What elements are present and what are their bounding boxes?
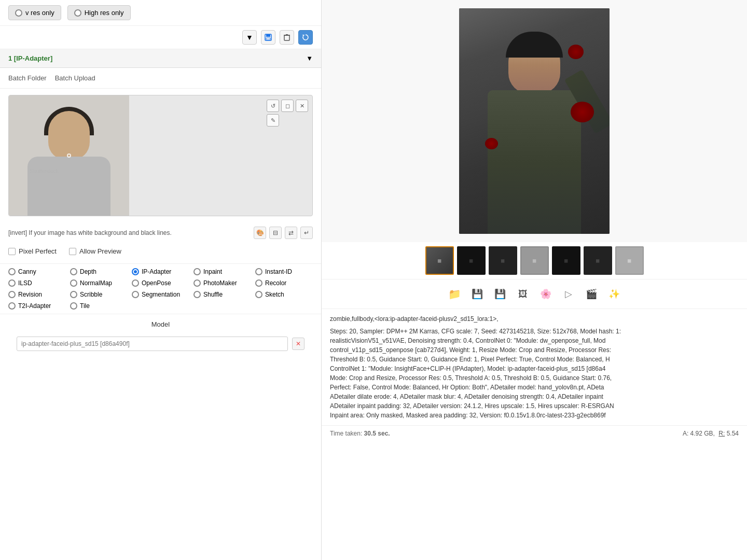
right-panel: ◼ ◼ ◼ ◼ ◼ ◼ ◼ 📁 💾 💾 🖼 🌸 ▷ 🎬 ✨ zombie, bbox=[322, 0, 747, 560]
high-res-radio[interactable]: High res only bbox=[67, 5, 131, 20]
tab-batch-upload[interactable]: Batch Upload bbox=[55, 72, 95, 84]
ilsd-circle bbox=[8, 279, 16, 287]
edit-btn[interactable]: ✎ bbox=[267, 114, 279, 127]
thumbnail-0[interactable]: ◼ bbox=[425, 246, 454, 275]
save-red-action-icon[interactable]: 💾 bbox=[491, 285, 509, 303]
body-shape bbox=[27, 157, 110, 216]
thumbnail-6[interactable]: ◼ bbox=[615, 246, 644, 275]
inpaint-circle bbox=[193, 268, 201, 275]
image-action-icon[interactable]: 🖼 bbox=[514, 285, 532, 303]
recolor-circle bbox=[255, 279, 262, 287]
thumbnail-1[interactable]: ◼ bbox=[457, 246, 486, 275]
section-header[interactable]: 1 [IP-Adapter] ▼ bbox=[0, 49, 321, 68]
tab-batch-folder[interactable]: Batch Folder bbox=[8, 72, 47, 84]
model-input[interactable] bbox=[17, 337, 288, 351]
flower-action-icon[interactable]: 🌸 bbox=[536, 285, 555, 303]
photomaker-label: PhotoMaker bbox=[203, 279, 237, 287]
model-label: Model bbox=[8, 320, 313, 328]
low-res-radio-circle bbox=[15, 9, 22, 17]
invert-label: [invert] If your image has white backgro… bbox=[8, 229, 172, 236]
invert-icons: 🎨 ⊟ ⇄ ↵ bbox=[254, 227, 313, 239]
normalmap-label: NormalMap bbox=[80, 279, 112, 287]
ip-adapter-circle bbox=[132, 268, 139, 275]
thumbnail-3[interactable]: ◼ bbox=[520, 246, 549, 275]
film-action-icon[interactable]: 🎬 bbox=[582, 285, 601, 303]
mode-tile[interactable]: Tile bbox=[70, 302, 128, 310]
t2i-circle bbox=[8, 302, 16, 310]
enter-icon[interactable]: ↵ bbox=[300, 227, 313, 239]
play-action-icon[interactable]: ▷ bbox=[559, 285, 578, 303]
folder-action-icon[interactable]: 📁 bbox=[445, 285, 464, 303]
mode-scribble[interactable]: Scribble bbox=[70, 291, 128, 298]
depth-circle bbox=[70, 268, 77, 275]
thumbnail-2[interactable]: ◼ bbox=[489, 246, 517, 275]
recolor-label: Recolor bbox=[265, 279, 286, 287]
mode-instant-id[interactable]: Instant-ID bbox=[255, 268, 313, 275]
left-panel: v res only High res only ▼ 1 [IP-Adapter… bbox=[0, 0, 322, 560]
revision-label: Revision bbox=[18, 291, 42, 298]
refresh-btn[interactable] bbox=[298, 30, 313, 45]
image-upload-area[interactable]: Shutterstock ↺ ◻ ✕ ✎ bbox=[8, 95, 313, 216]
high-res-radio-circle bbox=[74, 9, 81, 17]
model-section: Model ✕ bbox=[0, 314, 321, 361]
prompt-text-area: zombie,fullbody,<lora:ip-adapter-faceid-… bbox=[322, 309, 747, 426]
image-btn-row: ↺ ◻ ✕ bbox=[267, 100, 308, 112]
mode-recolor[interactable]: Recolor bbox=[255, 279, 313, 287]
save-btn[interactable] bbox=[261, 30, 275, 45]
mode-ip-adapter[interactable]: IP-Adapter bbox=[132, 268, 189, 275]
mode-canny[interactable]: Canny bbox=[8, 268, 66, 275]
tabs-row: Batch Folder Batch Upload bbox=[0, 68, 321, 89]
shuffle-circle bbox=[193, 291, 201, 298]
center-dot bbox=[67, 153, 71, 158]
mode-shuffle[interactable]: Shuffle bbox=[193, 291, 251, 298]
image-controls: ↺ ◻ ✕ ✎ bbox=[267, 100, 308, 127]
openpose-circle bbox=[132, 279, 139, 287]
mode-sketch[interactable]: Sketch bbox=[255, 291, 313, 298]
prompt-meta-4: Threshold B: 0.5, Guidance Start: 0, Gui… bbox=[330, 355, 739, 364]
model-input-row: ✕ bbox=[8, 332, 313, 355]
mode-segmentation[interactable]: Segmentation bbox=[132, 291, 189, 298]
mode-photomaker[interactable]: PhotoMaker bbox=[193, 279, 251, 287]
dropdown-btn[interactable]: ▼ bbox=[242, 30, 257, 45]
thumbnail-5[interactable]: ◼ bbox=[584, 246, 612, 275]
mode-ilsd[interactable]: ILSD bbox=[8, 279, 66, 287]
low-res-label: v res only bbox=[25, 9, 54, 17]
pixel-perfect-checkbox[interactable]: Pixel Perfect bbox=[8, 247, 57, 255]
generated-image-container bbox=[322, 0, 747, 242]
thumbnail-4[interactable]: ◼ bbox=[552, 246, 580, 275]
thumbnail-row: ◼ ◼ ◼ ◼ ◼ ◼ ◼ bbox=[322, 242, 747, 279]
erase-btn[interactable]: ◻ bbox=[281, 100, 294, 112]
mode-openpose[interactable]: OpenPose bbox=[132, 279, 189, 287]
close-btn[interactable]: ✕ bbox=[296, 100, 308, 112]
mode-revision[interactable]: Revision bbox=[8, 291, 66, 298]
mode-t2i[interactable]: T2I-Adapter bbox=[8, 302, 66, 310]
high-res-label: High res only bbox=[85, 9, 124, 17]
time-value: 30.5 sec. bbox=[364, 430, 390, 437]
prompt-meta-3: control_v11p_sd15_openpose [cab727d4], W… bbox=[330, 345, 739, 355]
color-picker-icon[interactable]: 🎨 bbox=[254, 227, 266, 239]
swap-icon[interactable]: ⇄ bbox=[285, 227, 297, 239]
allow-preview-checkbox[interactable]: Allow Preview bbox=[69, 247, 121, 255]
mode-normalmap[interactable]: NormalMap bbox=[70, 279, 128, 287]
revision-circle bbox=[8, 291, 16, 298]
save-action-icon[interactable]: 💾 bbox=[468, 285, 487, 303]
delete-btn[interactable] bbox=[280, 30, 294, 45]
star-action-icon[interactable]: ✨ bbox=[605, 285, 624, 303]
copy-icon[interactable]: ⊟ bbox=[269, 227, 282, 239]
prompt-meta-6: Mode: Crop and Resize, Processor Res: 0.… bbox=[330, 373, 739, 383]
mode-inpaint[interactable]: Inpaint bbox=[193, 268, 251, 275]
sketch-circle bbox=[255, 291, 262, 298]
prompt-meta-9: ADetailer inpaint padding: 32, ADetailer… bbox=[330, 401, 739, 411]
time-label: Time taken: bbox=[330, 430, 362, 437]
action-bar: 📁 💾 💾 🖼 🌸 ▷ 🎬 ✨ bbox=[322, 279, 747, 309]
svg-rect-1 bbox=[266, 34, 270, 37]
mode-depth[interactable]: Depth bbox=[70, 268, 128, 275]
model-refresh-btn[interactable]: ✕ bbox=[292, 338, 305, 350]
undo-btn[interactable]: ↺ bbox=[267, 100, 279, 112]
photomaker-circle bbox=[193, 279, 201, 287]
tile-label: Tile bbox=[80, 302, 90, 310]
low-res-radio[interactable]: v res only bbox=[8, 5, 61, 20]
meta-row: Time taken: 30.5 sec. A: 4.92 GB, R: 5.5… bbox=[322, 426, 747, 441]
shuffle-label: Shuffle bbox=[203, 291, 223, 298]
image-btn-row2: ✎ bbox=[267, 114, 308, 127]
